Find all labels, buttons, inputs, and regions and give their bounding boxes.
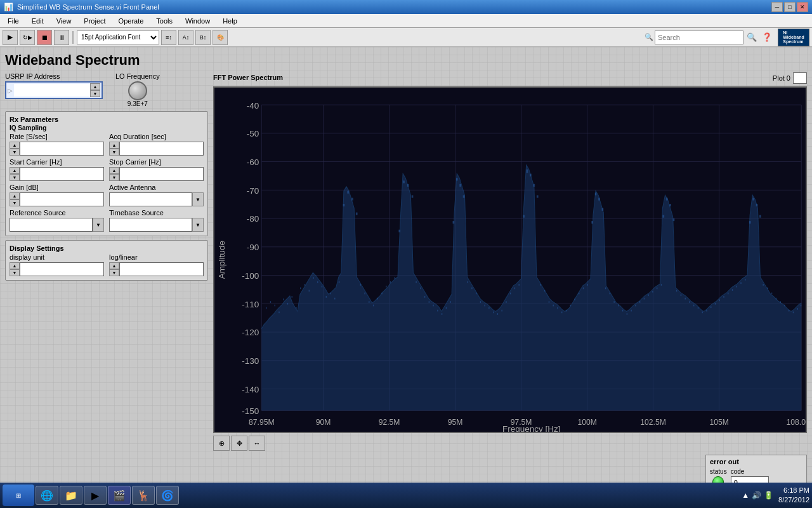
gain-down[interactable]: ▼ bbox=[10, 199, 20, 206]
taskbar-app6[interactable]: 🌀 bbox=[156, 486, 179, 505]
rate-down[interactable]: ▼ bbox=[10, 149, 20, 156]
menu-view[interactable]: View bbox=[51, 16, 77, 26]
acq-up[interactable]: ▲ bbox=[109, 142, 119, 149]
loglin-up[interactable]: ▲ bbox=[109, 262, 119, 269]
svg-rect-127 bbox=[605, 288, 606, 290]
ref-source-input[interactable]: Internal bbox=[10, 218, 93, 232]
taskbar-explorer[interactable]: 📁 bbox=[60, 486, 82, 505]
stop-carrier-up[interactable]: ▲ bbox=[109, 167, 119, 174]
menu-project[interactable]: Project bbox=[79, 16, 110, 26]
abort-button[interactable]: ⏹ bbox=[37, 30, 52, 45]
menu-edit[interactable]: Edit bbox=[27, 16, 49, 26]
timebase-label: Timebase Source bbox=[109, 209, 204, 217]
acq-down[interactable]: ▼ bbox=[109, 149, 119, 156]
usrp-ip-input-row: ▷ 192.168.10.2 ▲ ▼ bbox=[5, 81, 103, 99]
svg-text:-80: -80 bbox=[247, 214, 259, 224]
svg-text:90M: 90M bbox=[316, 418, 331, 427]
unit-down[interactable]: ▼ bbox=[10, 269, 20, 276]
stop-carrier-input[interactable]: 108M bbox=[119, 167, 204, 181]
svg-text:-70: -70 bbox=[247, 186, 259, 196]
loglin-down[interactable]: ▼ bbox=[109, 269, 119, 276]
taskbar-matlab[interactable]: 🦌 bbox=[132, 486, 155, 505]
antenna-dropdown-btn[interactable]: ▼ bbox=[192, 192, 204, 206]
unit-up[interactable]: ▲ bbox=[10, 262, 20, 269]
taskbar-media[interactable]: ▶ bbox=[84, 486, 107, 505]
battery-icon: 🔋 bbox=[764, 491, 773, 500]
acq-group: Acq Duration [sec] ▲ ▼ 2m bbox=[109, 133, 204, 156]
stop-carrier-down[interactable]: ▼ bbox=[109, 174, 119, 181]
svg-rect-104 bbox=[514, 288, 515, 290]
chart-svg: -40 -50 -60 -70 -80 -90 -100 -110 -120 -… bbox=[214, 88, 806, 432]
main-content: Wideband Spectrum USRP IP Address ▷ 192.… bbox=[0, 47, 812, 489]
usrp-ip-up[interactable]: ▲ bbox=[90, 83, 100, 90]
run-button[interactable]: ▶ bbox=[3, 30, 18, 45]
ref-source-dropdown-btn[interactable]: ▼ bbox=[93, 218, 104, 232]
svg-rect-169 bbox=[776, 298, 776, 300]
gain-input[interactable]: 29 bbox=[20, 192, 104, 206]
color-button[interactable]: 🎨 bbox=[213, 30, 228, 45]
usrp-ip-input[interactable]: 192.168.10.2 bbox=[14, 84, 90, 97]
pause-button[interactable]: ⏸ bbox=[54, 30, 69, 45]
text-size-button[interactable]: A↕ bbox=[178, 30, 193, 45]
chart-zoom-button[interactable]: ⊕ bbox=[213, 436, 230, 451]
svg-rect-148 bbox=[689, 301, 690, 303]
start-carrier-up[interactable]: ▲ bbox=[10, 167, 20, 174]
svg-rect-61 bbox=[334, 298, 335, 300]
status-label: status bbox=[710, 468, 727, 475]
help-button[interactable]: ❓ bbox=[760, 30, 774, 44]
rate-up[interactable]: ▲ bbox=[10, 142, 20, 149]
start-button[interactable]: ⊞ bbox=[3, 485, 34, 506]
font-select[interactable]: 15pt Application Font bbox=[77, 30, 159, 44]
maximize-button[interactable]: □ bbox=[784, 2, 796, 12]
svg-text:108.05M: 108.05M bbox=[787, 418, 806, 427]
start-carrier-down[interactable]: ▼ bbox=[10, 174, 20, 181]
acq-input-row: ▲ ▼ 2m bbox=[109, 142, 204, 156]
svg-text:Frequency [Hz]: Frequency [Hz] bbox=[502, 424, 560, 432]
timebase-input[interactable]: Internal bbox=[109, 218, 192, 232]
svg-rect-59 bbox=[326, 296, 327, 298]
menu-file[interactable]: File bbox=[3, 16, 24, 26]
start-carrier-input[interactable]: 88M bbox=[20, 167, 104, 181]
toolbar-separator-1 bbox=[72, 31, 74, 44]
svg-rect-154 bbox=[715, 303, 716, 305]
search-button[interactable]: 🔍 bbox=[745, 30, 759, 44]
acq-input[interactable]: 2m bbox=[119, 142, 204, 156]
loglin-input[interactable]: dBm bbox=[119, 262, 204, 276]
unit-group: display unit ▲ ▼ Vrms^2 bbox=[10, 253, 104, 276]
video-icon: 🎬 bbox=[113, 490, 126, 502]
taskbar-video[interactable]: 🎬 bbox=[108, 486, 131, 505]
menu-operate[interactable]: Operate bbox=[114, 16, 149, 26]
stop-carrier-label: Stop Carrier [Hz] bbox=[109, 158, 204, 166]
chart-pan-button[interactable]: ✥ bbox=[231, 436, 247, 451]
gain-up[interactable]: ▲ bbox=[10, 192, 20, 199]
svg-rect-63 bbox=[343, 204, 345, 206]
menu-help[interactable]: Help bbox=[218, 16, 242, 26]
svg-rect-153 bbox=[710, 306, 711, 308]
svg-rect-108 bbox=[530, 174, 532, 177]
menu-tools[interactable]: Tools bbox=[151, 16, 178, 26]
text-align-button[interactable]: ≡↕ bbox=[161, 30, 176, 45]
fft-label: FFT Power Spectrum bbox=[213, 74, 283, 81]
minimize-button[interactable]: ─ bbox=[771, 2, 783, 12]
display-settings-box: Display Settings display unit ▲ ▼ Vrms^2 bbox=[5, 240, 208, 281]
run-continuously-button[interactable]: ↻▶ bbox=[20, 30, 35, 45]
close-button[interactable]: ✕ bbox=[797, 2, 808, 12]
svg-rect-76 bbox=[398, 230, 400, 232]
svg-text:-100: -100 bbox=[242, 271, 259, 281]
chart-cursor-button[interactable]: ↔ bbox=[249, 436, 265, 451]
rate-input[interactable]: 200k bbox=[20, 142, 104, 156]
stop-carrier-group: Stop Carrier [Hz] ▲ ▼ 108M bbox=[109, 158, 204, 181]
unit-input[interactable]: Vrms^2 bbox=[20, 262, 104, 276]
text-style-button[interactable]: B↕ bbox=[195, 30, 211, 45]
search-input[interactable] bbox=[655, 30, 743, 44]
svg-rect-110 bbox=[537, 195, 539, 197]
taskbar-ie[interactable]: 🌐 bbox=[36, 486, 58, 505]
usrp-ip-down[interactable]: ▼ bbox=[90, 90, 100, 97]
search-area: 🔍 🔍 ❓ NIWidebandSpectrum bbox=[645, 29, 809, 46]
svg-text:-120: -120 bbox=[242, 328, 259, 337]
antenna-input[interactable]: RX2 bbox=[109, 192, 192, 206]
menu-window[interactable]: Window bbox=[180, 16, 215, 26]
lo-freq-knob[interactable] bbox=[128, 81, 147, 100]
timebase-dropdown-btn[interactable]: ▼ bbox=[192, 218, 204, 232]
svg-rect-166 bbox=[763, 284, 763, 286]
